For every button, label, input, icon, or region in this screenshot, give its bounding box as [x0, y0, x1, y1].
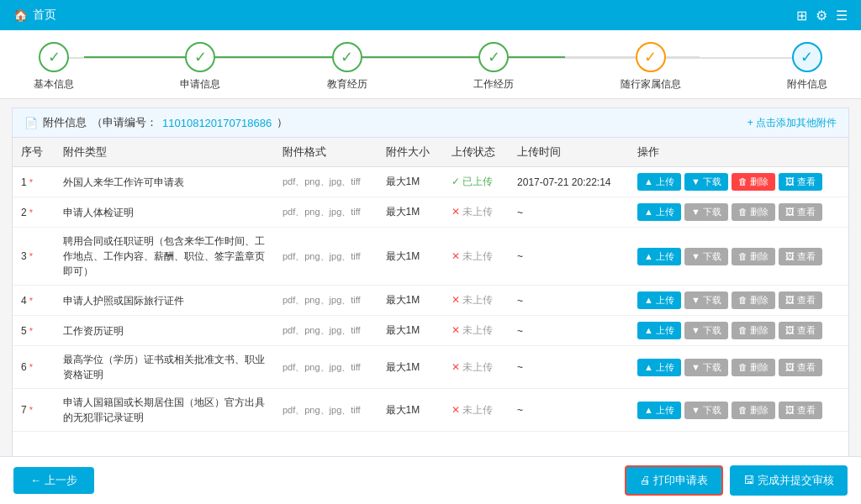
table-row: 3 *聘用合同或任职证明（包含来华工作时间、工作地点、工作内容、薪酬、职位、签字…	[13, 228, 848, 286]
th-type: 附件类型	[55, 138, 274, 167]
cell-format: pdf、png、jpg、tiff	[274, 197, 378, 228]
upload-btn-3[interactable]: ▲ 上传	[637, 248, 681, 265]
download-btn-2[interactable]: ▼ 下载	[684, 203, 728, 221]
delete-btn-4[interactable]: 🗑 删除	[732, 291, 775, 309]
cell-time: ~	[509, 286, 629, 316]
step-2-label: 申请信息	[180, 77, 220, 92]
top-bar-icons: ⊞ ⚙ ☰	[796, 8, 848, 24]
view-btn-3[interactable]: 🖼 查看	[779, 248, 822, 265]
cell-actions: ▲ 上传 ▼ 下载 🗑 删除 🖼 查看	[629, 316, 848, 346]
upload-btn-6[interactable]: ▲ 上传	[637, 359, 681, 376]
step-2-circle: ✓	[185, 42, 215, 72]
cell-size: 最大1M	[378, 346, 443, 389]
download-btn-5[interactable]: ▼ 下载	[684, 322, 728, 339]
settings-icon[interactable]: ⚙	[816, 8, 827, 24]
main-content: 📄 附件信息 （申请编号：110108120170718686） + 点击添加其…	[12, 108, 849, 462]
cell-status: ✕ 未上传	[443, 197, 509, 228]
table-row: 5 *工作资历证明pdf、png、jpg、tiff最大1M✕ 未上传~ ▲ 上传…	[13, 316, 848, 346]
cell-time: ~	[509, 197, 629, 228]
step-basic-info[interactable]: ✓ 基本信息	[34, 42, 74, 92]
view-btn-6[interactable]: 🖼 查看	[779, 359, 822, 376]
view-btn-7[interactable]: 🖼 查看	[779, 402, 822, 419]
download-btn-7[interactable]: ▼ 下载	[684, 402, 728, 419]
upload-btn-2[interactable]: ▲ 上传	[637, 203, 681, 221]
cell-size: 最大1M	[378, 286, 443, 316]
section-title-text: 附件信息	[43, 115, 87, 130]
step-attachments[interactable]: ✓ 附件信息	[787, 42, 827, 92]
th-format: 附件格式	[274, 138, 378, 167]
cell-seq: 4 *	[13, 286, 55, 316]
upload-btn-4[interactable]: ▲ 上传	[637, 291, 681, 309]
delete-btn-6[interactable]: 🗑 删除	[732, 359, 775, 376]
cell-type: 申请人国籍国或长期居住国（地区）官方出具的无犯罪记录证明	[55, 389, 274, 432]
add-attachment-btn[interactable]: + 点击添加其他附件	[747, 116, 837, 130]
th-size: 附件大小	[378, 138, 443, 167]
table-row: 1 *外国人来华工作许可申请表pdf、png、jpg、tiff最大1M✓ 已上传…	[13, 167, 848, 197]
delete-btn-7[interactable]: 🗑 删除	[732, 402, 775, 419]
cell-time: ~	[509, 346, 629, 389]
table-row: 2 *申请人体检证明pdf、png、jpg、tiff最大1M✕ 未上传~ ▲ 上…	[13, 197, 848, 228]
app-id: 110108120170718686	[162, 117, 272, 129]
home-link[interactable]: 🏠 首页	[13, 8, 56, 23]
attachments-table: 序号 附件类型 附件格式 附件大小 上传状态 上传时间 操作 1 *外国人来华工…	[13, 138, 848, 432]
bottom-right-actions: 🖨 打印申请表 🖫 完成并提交审核	[625, 465, 848, 496]
step-5-circle: ✓	[636, 42, 666, 72]
cell-status: ✕ 未上传	[443, 316, 509, 346]
step-3-label: 教育经历	[327, 77, 367, 92]
upload-btn-1[interactable]: ▲ 上传	[637, 173, 681, 191]
view-btn-1[interactable]: 🖼 查看	[779, 173, 822, 191]
step-apply-info[interactable]: ✓ 申请信息	[180, 42, 220, 92]
submit-button[interactable]: 🖫 完成并提交审核	[730, 465, 848, 496]
cell-time: ~	[509, 228, 629, 286]
delete-btn-2[interactable]: 🗑 删除	[732, 203, 775, 221]
cell-seq: 3 *	[13, 228, 55, 286]
step-6-circle: ✓	[792, 42, 822, 72]
cell-seq: 6 *	[13, 346, 55, 389]
cell-type: 外国人来华工作许可申请表	[55, 167, 274, 197]
home-label: 首页	[33, 8, 56, 23]
th-seq: 序号	[13, 138, 55, 167]
view-btn-2[interactable]: 🖼 查看	[779, 203, 822, 221]
step-work[interactable]: ✓ 工作经历	[473, 42, 514, 92]
step-1-circle: ✓	[39, 42, 69, 72]
download-btn-3[interactable]: ▼ 下载	[684, 248, 728, 265]
download-btn-4[interactable]: ▼ 下载	[684, 291, 728, 309]
step-5-label: 随行家属信息	[621, 77, 681, 92]
prev-button[interactable]: ← 上一步	[13, 467, 94, 494]
doc-icon: 📄	[24, 117, 38, 129]
view-btn-4[interactable]: 🖼 查看	[779, 291, 822, 309]
top-bar: 🏠 首页 ⊞ ⚙ ☰	[0, 0, 861, 30]
delete-btn-5[interactable]: 🗑 删除	[732, 322, 775, 339]
table-header-row: 序号 附件类型 附件格式 附件大小 上传状态 上传时间 操作	[13, 138, 848, 167]
cell-actions: ▲ 上传 ▼ 下载 🗑 删除 🖼 查看	[629, 197, 848, 228]
table-row: 4 *申请人护照或国际旅行证件pdf、png、jpg、tiff最大1M✕ 未上传…	[13, 286, 848, 316]
cell-time: 2017-07-21 20:22:14	[509, 167, 629, 197]
cell-type: 最高学位（学历）证书或相关批准文书、职业资格证明	[55, 346, 274, 389]
step-family[interactable]: ✓ 随行家属信息	[621, 42, 681, 92]
cell-seq: 2 *	[13, 197, 55, 228]
cell-format: pdf、png、jpg、tiff	[274, 286, 378, 316]
delete-btn-1[interactable]: 🗑 删除	[732, 173, 775, 191]
step-4-circle: ✓	[478, 42, 509, 72]
cell-status: ✕ 未上传	[443, 346, 509, 389]
cell-type: 聘用合同或任职证明（包含来华工作时间、工作地点、工作内容、薪酬、职位、签字盖章页…	[55, 228, 274, 286]
download-btn-1[interactable]: ▼ 下载	[684, 173, 728, 191]
view-btn-5[interactable]: 🖼 查看	[779, 322, 822, 339]
cell-status: ✓ 已上传	[443, 167, 509, 197]
upload-btn-5[interactable]: ▲ 上传	[637, 322, 681, 339]
print-button[interactable]: 🖨 打印申请表	[625, 465, 724, 496]
upload-btn-7[interactable]: ▲ 上传	[637, 402, 681, 419]
delete-btn-3[interactable]: 🗑 删除	[732, 248, 775, 265]
menu-icon[interactable]: ☰	[836, 8, 848, 24]
cell-status: ✕ 未上传	[443, 228, 509, 286]
cell-status: ✕ 未上传	[443, 286, 509, 316]
cell-actions: ▲ 上传 ▼ 下载 🗑 删除 🖼 查看	[629, 389, 848, 432]
step-3-circle: ✓	[332, 42, 362, 72]
fullscreen-icon[interactable]: ⊞	[796, 8, 807, 24]
table-row: 7 *申请人国籍国或长期居住国（地区）官方出具的无犯罪记录证明pdf、png、j…	[13, 389, 848, 432]
step-education[interactable]: ✓ 教育经历	[327, 42, 367, 92]
download-btn-6[interactable]: ▼ 下载	[684, 359, 728, 376]
cell-actions: ▲ 上传 ▼ 下载 🗑 删除 🖼 查看	[629, 346, 848, 389]
cell-type: 工作资历证明	[55, 316, 274, 346]
cell-actions: ▲ 上传 ▼ 下载 🗑 删除 🖼 查看	[629, 286, 848, 316]
